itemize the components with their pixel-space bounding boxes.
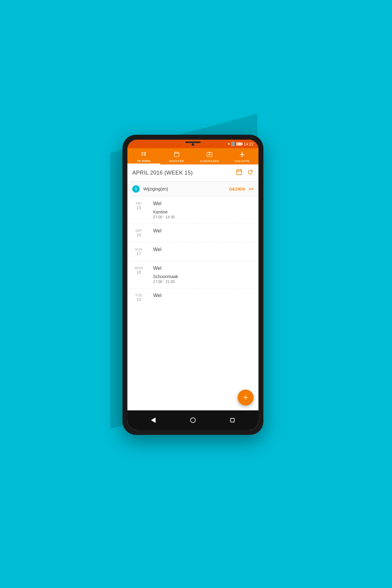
home-button[interactable] [187,415,198,426]
day-status: Wel [153,228,254,234]
fab-plus-icon: + [243,393,248,402]
bottom-nav [127,410,258,430]
day-status: Wel [153,266,254,271]
camera [192,143,194,146]
day-row-sun-17[interactable]: SUN 17 Wel [127,243,258,261]
svg-rect-0 [141,152,143,153]
content-area: APRIL 2016 (WEEK 15) [127,164,258,410]
svg-rect-1 [141,154,143,154]
status-time: 14:22 [243,142,254,146]
vakantie-icon [239,151,245,158]
tab-rooster[interactable]: ROOSTER [160,148,193,164]
rooster-icon [174,151,180,158]
recents-icon [230,418,235,422]
day-label-fri-15: FRI 15 [127,197,148,215]
day-name: MON [134,266,143,270]
day-label-sat-16: SAT 16 [127,224,148,242]
nav-tabs: TE DOEN ROOSTER [127,148,258,164]
schedule-list: FRI 15 Wel Kantine 07:00 - 14:30 SAT [127,197,258,410]
shift-name: Schoonmaak [153,274,254,279]
day-content-mon-18: Wel Schoonmaak 17:00 - 21:00 [148,261,258,288]
rooster-label: ROOSTER [169,160,184,163]
week-title: APRIL 2016 (WEEK 15) [132,170,236,176]
svg-rect-3 [174,152,179,156]
notif-gezien-button[interactable]: GEZIEN [229,187,245,191]
recents-button[interactable] [227,415,238,426]
fab-add-button[interactable]: + [238,390,254,405]
te-doen-label: TE DOEN [137,160,151,163]
tab-vakantie[interactable]: VAKANTIE [226,148,258,164]
notif-badge: 1 [132,185,140,193]
svg-rect-7 [207,153,212,156]
day-content-sun-17: Wel [148,243,258,257]
day-num: 18 [136,270,141,275]
header-row: APRIL 2016 (WEEK 15) [127,164,258,182]
day-name: SAT [135,229,142,232]
day-content-tue-19: Wel [148,288,258,303]
day-num: 17 [136,251,141,256]
svg-point-8 [209,154,210,155]
back-button[interactable] [148,415,159,426]
day-row-mon-18[interactable]: MON 18 Wel Schoonmaak 17:00 - 21:00 [127,261,258,288]
phone-wrapper: ▾ 14:22 [123,135,270,453]
day-label-mon-18: MON 18 [127,261,148,280]
speaker [185,141,201,143]
status-icons: ▾ 14:22 [228,142,254,146]
day-content-sat-16: Wel [148,224,258,239]
day-name: TUE [135,293,142,297]
aanvragen-label: AANVRAGEN [200,160,219,163]
shift-time: 07:00 - 14:30 [153,215,254,219]
battery-icon [236,142,242,145]
phone-screen: ▾ 14:22 [127,140,258,430]
home-icon [190,417,196,423]
day-label-tue-19: TUE 19 [127,288,148,307]
wifi-icon: ▾ [228,142,230,146]
svg-rect-10 [237,170,242,175]
tab-aanvragen[interactable]: AANVRAGEN [193,148,226,164]
phone-device: ▾ 14:22 [123,135,263,435]
tab-te-doen[interactable]: TE DOEN [127,148,160,164]
sim-icon [231,142,235,146]
day-label-sun-17: SUN 17 [127,243,148,261]
svg-rect-9 [208,152,210,153]
day-row-sat-16[interactable]: SAT 16 Wel [127,224,258,243]
day-content-fri-15: Wel Kantine 07:00 - 14:30 [148,197,258,224]
notif-arrow[interactable]: >> [249,187,254,191]
header-actions [236,169,254,177]
back-icon [151,417,156,423]
day-name: FRI [136,202,141,205]
day-num: 19 [136,297,141,302]
day-num: 15 [136,205,141,210]
day-name: SUN [135,247,143,251]
shift-time: 17:00 - 21:00 [153,280,254,284]
day-status: Wel [153,247,254,252]
aanvragen-icon [206,151,213,158]
svg-rect-2 [141,155,143,156]
calendar-icon[interactable] [236,169,243,177]
day-num: 16 [136,232,141,237]
day-row-tue-19[interactable]: TUE 19 Wel [127,288,258,307]
notification-bar[interactable]: 1 Wijziging(en) GEZIEN >> [127,182,258,197]
day-row-fri-15[interactable]: FRI 15 Wel Kantine 07:00 - 14:30 [127,197,258,224]
day-status: Wel [153,293,254,298]
vakantie-label: VAKANTIE [235,160,250,163]
day-status: Wel [153,201,254,206]
shift-name: Kantine [153,209,254,214]
te-doen-icon [141,151,147,158]
refresh-icon[interactable] [247,169,254,177]
notif-text: Wijziging(en) [143,187,225,191]
